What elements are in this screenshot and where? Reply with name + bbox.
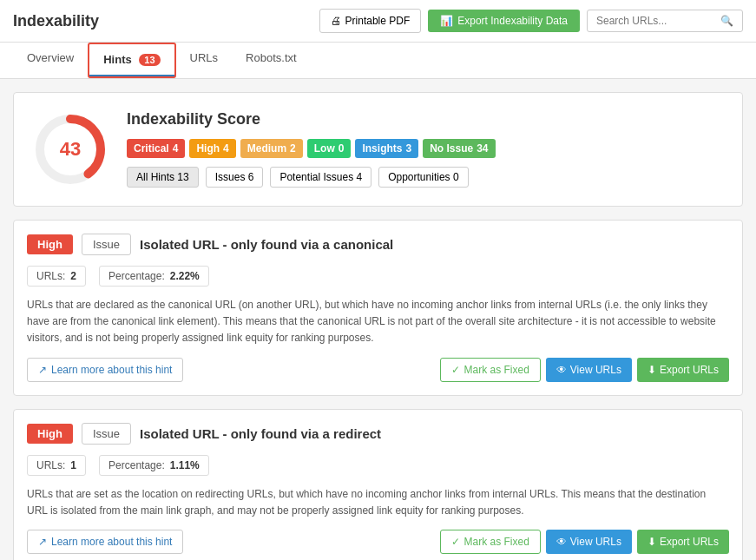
hint-meta-2: URLs: 1 Percentage: 1.11% [27,455,729,476]
external-link-icon-2: ↗ [38,536,47,548]
mark-fixed-button-2[interactable]: ✓ Mark as Fixed [440,530,540,554]
filter-all-hints[interactable]: All Hints 13 [127,167,199,188]
hint-card-1: High Issue Isolated URL - only found via… [13,220,743,396]
external-link-icon-1: ↗ [38,364,47,376]
score-value: 43 [60,138,81,161]
search-input[interactable] [596,15,716,27]
filter-bar: All Hints 13 Issues 6 Potential Issues 4… [127,167,725,188]
donut-chart: 43 [31,110,109,188]
header: Indexability 🖨 Printable PDF 📊 Export In… [0,0,756,43]
badge-low: Low 0 [307,139,352,158]
badge-medium: Medium 2 [240,139,303,158]
hint-title-2: Isolated URL - only found via a redirect [140,426,381,441]
check-icon-2: ✓ [451,536,460,548]
export-urls-button-1[interactable]: ⬇ Export URLs [637,358,729,382]
hint-percentage-2: Percentage: 1.11% [99,455,209,476]
export-indexability-button[interactable]: 📊 Export Indexability Data [428,10,580,32]
export-urls-button-2[interactable]: ⬇ Export URLs [637,530,729,554]
filter-potential-issues[interactable]: Potential Issues 4 [270,167,371,188]
tab-hints-wrapper: Hints 13 [88,43,175,78]
score-title: Indexability Score [127,110,725,128]
badge-insights: Insights 3 [355,139,418,158]
score-badges: Critical 4 High 4 Medium 2 Low 0 Insight… [127,139,725,158]
search-icon: 🔍 [720,15,733,27]
printable-pdf-button[interactable]: 🖨 Printable PDF [319,9,422,33]
hint-type-1: Issue [82,234,131,255]
search-box[interactable]: 🔍 [587,10,743,32]
hint-meta-1: URLs: 2 Percentage: 2.22% [27,266,729,287]
hint-severity-2: High [27,424,73,444]
hints-badge: 13 [139,54,160,66]
hint-footer-1: ↗ Learn more about this hint ✓ Mark as F… [27,358,729,382]
eye-icon-1: 👁 [556,364,567,376]
learn-more-button-1[interactable]: ↗ Learn more about this hint [27,358,183,382]
view-urls-button-1[interactable]: 👁 View URLs [546,358,632,382]
hint-header-2: High Issue Isolated URL - only found via… [27,423,729,445]
hint-desc-1: URLs that are declared as the canonical … [27,297,729,347]
hint-title-1: Isolated URL - only found via a canonica… [140,237,393,252]
hint-footer-2: ↗ Learn more about this hint ✓ Mark as F… [27,530,729,554]
filter-issues[interactable]: Issues 6 [206,167,264,188]
filter-opportunities[interactable]: Opportunities 0 [378,167,468,188]
hint-card-2: High Issue Isolated URL - only found via… [13,409,743,560]
hint-severity-1: High [27,234,73,254]
tab-urls[interactable]: URLs [176,43,233,78]
print-icon: 🖨 [331,15,341,27]
eye-icon-2: 👁 [556,536,567,548]
hint-urls-1: URLs: 2 [27,266,86,287]
header-actions: 🖨 Printable PDF 📊 Export Indexability Da… [319,9,743,33]
hint-actions-2: ✓ Mark as Fixed 👁 View URLs ⬇ Export URL… [440,530,729,554]
badge-high: High 4 [189,139,235,158]
score-details: Indexability Score Critical 4 High 4 Med… [127,110,725,188]
download-icon-1: ⬇ [648,364,656,376]
hint-percentage-1: Percentage: 2.22% [99,266,209,287]
tabs-bar: Overview Hints 13 URLs Robots.txt [0,43,756,79]
badge-critical: Critical 4 [127,139,185,158]
hint-desc-2: URLs that are set as the location on red… [27,486,729,519]
main-content: 43 Indexability Score Critical 4 High 4 … [0,79,756,560]
hint-type-2: Issue [82,423,131,445]
score-card: 43 Indexability Score Critical 4 High 4 … [13,92,743,207]
view-urls-button-2[interactable]: 👁 View URLs [546,530,632,554]
learn-more-button-2[interactable]: ↗ Learn more about this hint [27,530,183,554]
hint-urls-2: URLs: 1 [27,455,86,476]
download-icon-2: ⬇ [648,536,656,548]
check-icon-1: ✓ [451,364,460,376]
tab-overview[interactable]: Overview [13,43,88,78]
mark-fixed-button-1[interactable]: ✓ Mark as Fixed [440,358,540,382]
badge-noissue: No Issue 34 [423,139,495,158]
hint-header-1: High Issue Isolated URL - only found via… [27,234,729,255]
hint-actions-1: ✓ Mark as Fixed 👁 View URLs ⬇ Export URL… [440,358,729,382]
page-title: Indexability [13,12,319,30]
tab-hints[interactable]: Hints 13 [89,44,174,76]
tab-robots[interactable]: Robots.txt [232,43,311,78]
export-icon: 📊 [440,15,453,27]
